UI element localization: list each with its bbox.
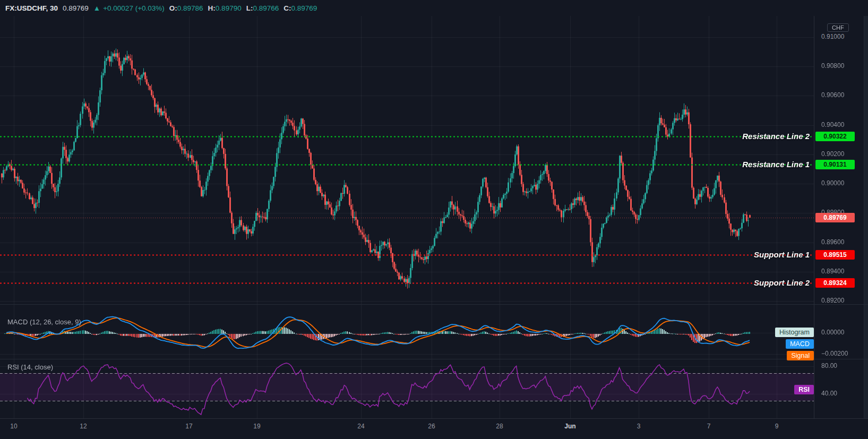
support-line-2-label[interactable]: Support Line 2 — [754, 278, 810, 288]
price-tick: 0.90200 — [821, 150, 844, 158]
trading-chart-window: FX:USDCHF, 30 0.89769 ▲ +0.00027 (+0.03%… — [0, 0, 868, 439]
low-label: L: — [246, 4, 253, 12]
time-tick: 10 — [3, 423, 24, 430]
time-tick: 19 — [246, 423, 268, 430]
time-tick: 12 — [73, 423, 94, 430]
close-label: C: — [283, 4, 291, 12]
macd-axis-tick: −0.00200 — [821, 350, 848, 357]
last-price-value: 0.89769 — [63, 4, 89, 12]
macd-title: MACD (12, 26, close, 9) — [7, 318, 81, 326]
price-tick: 0.90600 — [821, 91, 844, 99]
price-tick: 0.89200 — [821, 297, 844, 304]
time-tick: 28 — [489, 423, 510, 430]
price-tick: 0.90400 — [821, 121, 844, 128]
support-line-1-label[interactable]: Support Line 1 — [754, 249, 810, 260]
ohlc-open: O:0.89786 — [169, 4, 203, 12]
price-tick: 0.89400 — [821, 268, 844, 275]
price-tick: 0.90800 — [821, 62, 844, 70]
price-axis-border — [814, 16, 814, 418]
currency-badge[interactable]: CHF — [827, 23, 849, 32]
last-price-badge: 0.89769 — [815, 213, 855, 222]
price-tick: 0.90000 — [821, 179, 844, 187]
macd-line-badge: MACD — [786, 339, 814, 349]
time-tick: 9 — [766, 423, 787, 430]
ohlc-low: L:0.89766 — [246, 4, 279, 12]
support-line-1-badge: 0.89515 — [815, 250, 855, 260]
rsi-axis-tick: 40.00 — [821, 390, 837, 397]
price-tick: 0.91000 — [821, 33, 844, 40]
time-tick: 26 — [421, 423, 442, 430]
up-arrow-icon: ▲ — [93, 4, 100, 12]
close-value: 0.89769 — [291, 4, 317, 12]
pane-separator-macd[interactable] — [0, 304, 868, 305]
ohlc-close: C:0.89769 — [283, 4, 317, 12]
rsi-axis-tick: 80.00 — [821, 362, 837, 369]
time-tick: 17 — [178, 423, 200, 430]
time-axis[interactable]: 10121719242628Jun379 — [0, 418, 868, 439]
right-scroll-strip[interactable] — [864, 16, 868, 418]
price-tick: 0.89600 — [821, 238, 844, 246]
time-tick: Jun — [560, 423, 581, 430]
resistance-line-2-badge: 0.90322 — [815, 132, 855, 141]
high-label: H: — [208, 4, 216, 12]
rsi-title: RSI (14, close) — [7, 363, 53, 371]
candlestick-canvas[interactable] — [0, 16, 814, 418]
macd-axis-tick: 0.00000 — [821, 329, 844, 336]
resistance-line-2-label[interactable]: Resistance Line 2 — [742, 131, 810, 142]
high-value: 0.89790 — [216, 4, 242, 12]
low-value: 0.89766 — [253, 4, 279, 12]
rsi-badge: RSI — [794, 385, 814, 394]
time-tick: 7 — [698, 423, 719, 430]
time-axis-border — [0, 418, 868, 419]
ohlc-high: H:0.89790 — [208, 4, 242, 12]
macd-signal-badge: Signal — [787, 351, 814, 360]
pane-separator-rsi[interactable] — [0, 359, 868, 359]
resistance-line-1-badge: 0.90131 — [815, 160, 855, 169]
open-label: O: — [169, 4, 177, 12]
support-line-2-badge: 0.89324 — [815, 278, 855, 288]
symbol-legend: FX:USDCHF, 30 0.89769 ▲ +0.00027 (+0.03%… — [5, 0, 317, 16]
change-value: +0.00027 (+0.03%) — [103, 4, 165, 12]
symbol-label[interactable]: FX:USDCHF, 30 — [5, 4, 58, 12]
time-tick: 3 — [628, 423, 649, 430]
open-value: 0.89786 — [177, 4, 203, 12]
resistance-line-1-label[interactable]: Resistance Line 1 — [742, 159, 810, 170]
macd-histogram-badge: Histogram — [775, 328, 814, 337]
time-tick: 24 — [350, 423, 372, 430]
